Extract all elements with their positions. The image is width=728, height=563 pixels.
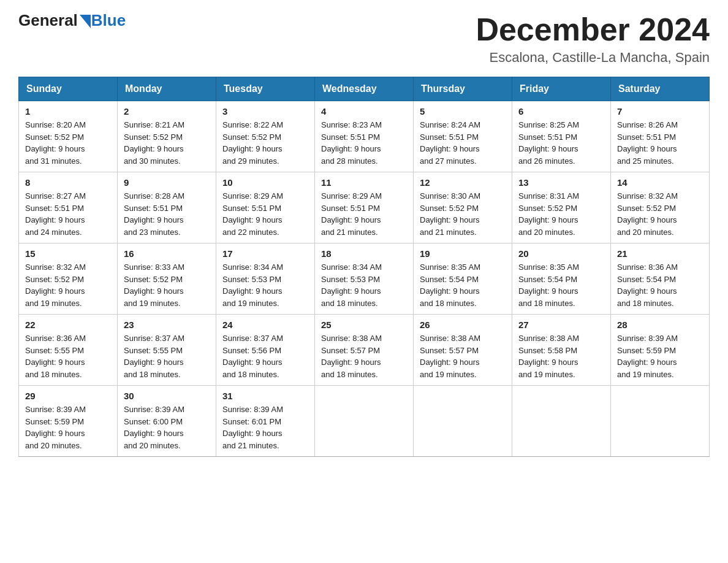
day-number: 12: [420, 177, 506, 188]
day-number: 16: [124, 248, 210, 259]
day-number: 29: [25, 391, 111, 401]
day-info: Sunrise: 8:20 AMSunset: 5:52 PMDaylight:…: [25, 119, 111, 167]
table-row: 20Sunrise: 8:35 AMSunset: 5:54 PMDayligh…: [512, 243, 611, 315]
table-row: 30Sunrise: 8:39 AMSunset: 6:00 PMDayligh…: [118, 386, 216, 457]
table-row: 10Sunrise: 8:29 AMSunset: 5:51 PMDayligh…: [216, 172, 315, 243]
col-sunday: Sunday: [19, 77, 118, 101]
col-tuesday: Tuesday: [216, 77, 315, 101]
day-number: 3: [222, 106, 308, 117]
day-number: 9: [124, 177, 210, 188]
day-number: 19: [420, 248, 506, 259]
day-info: Sunrise: 8:23 AMSunset: 5:51 PMDaylight:…: [321, 119, 407, 167]
table-row: 22Sunrise: 8:36 AMSunset: 5:55 PMDayligh…: [19, 315, 118, 386]
calendar-week-3: 15Sunrise: 8:32 AMSunset: 5:52 PMDayligh…: [19, 243, 710, 315]
day-info: Sunrise: 8:38 AMSunset: 5:57 PMDaylight:…: [420, 332, 506, 380]
day-info: Sunrise: 8:22 AMSunset: 5:52 PMDaylight:…: [222, 119, 308, 167]
table-row: 14Sunrise: 8:32 AMSunset: 5:52 PMDayligh…: [611, 172, 710, 243]
day-number: 1: [25, 106, 111, 117]
svg-marker-0: [80, 15, 91, 28]
day-info: Sunrise: 8:29 AMSunset: 5:51 PMDaylight:…: [321, 190, 407, 238]
table-row: [315, 386, 414, 457]
calendar-week-5: 29Sunrise: 8:39 AMSunset: 5:59 PMDayligh…: [19, 386, 710, 457]
day-info: Sunrise: 8:34 AMSunset: 5:53 PMDaylight:…: [222, 261, 308, 309]
table-row: 8Sunrise: 8:27 AMSunset: 5:51 PMDaylight…: [19, 172, 118, 243]
main-title: December 2024: [476, 12, 710, 47]
day-info: Sunrise: 8:32 AMSunset: 5:52 PMDaylight:…: [25, 261, 111, 309]
table-row: 27Sunrise: 8:38 AMSunset: 5:58 PMDayligh…: [512, 315, 611, 386]
col-saturday: Saturday: [611, 77, 710, 101]
table-row: 13Sunrise: 8:31 AMSunset: 5:52 PMDayligh…: [512, 172, 611, 243]
day-number: 25: [321, 320, 407, 330]
day-info: Sunrise: 8:33 AMSunset: 5:52 PMDaylight:…: [124, 261, 210, 309]
day-number: 30: [124, 391, 210, 401]
day-number: 26: [420, 320, 506, 330]
col-friday: Friday: [512, 77, 611, 101]
day-info: Sunrise: 8:24 AMSunset: 5:51 PMDaylight:…: [420, 119, 506, 167]
day-number: 5: [420, 106, 506, 117]
day-number: 20: [518, 248, 604, 259]
day-number: 2: [124, 106, 210, 117]
col-wednesday: Wednesday: [315, 77, 414, 101]
day-info: Sunrise: 8:29 AMSunset: 5:51 PMDaylight:…: [222, 190, 308, 238]
day-number: 11: [321, 177, 407, 188]
day-info: Sunrise: 8:30 AMSunset: 5:52 PMDaylight:…: [420, 190, 506, 238]
logo-blue-text: Blue: [91, 12, 126, 28]
day-number: 31: [222, 391, 308, 401]
day-info: Sunrise: 8:25 AMSunset: 5:51 PMDaylight:…: [518, 119, 604, 167]
day-info: Sunrise: 8:38 AMSunset: 5:57 PMDaylight:…: [321, 332, 407, 380]
day-number: 7: [617, 106, 703, 117]
table-row: 2Sunrise: 8:21 AMSunset: 5:52 PMDaylight…: [118, 101, 216, 172]
page-header: General Blue December 2024 Escalona, Cas…: [18, 12, 710, 66]
col-thursday: Thursday: [414, 77, 512, 101]
table-row: 4Sunrise: 8:23 AMSunset: 5:51 PMDaylight…: [315, 101, 414, 172]
day-info: Sunrise: 8:35 AMSunset: 5:54 PMDaylight:…: [518, 261, 604, 309]
day-number: 23: [124, 320, 210, 330]
table-row: 15Sunrise: 8:32 AMSunset: 5:52 PMDayligh…: [19, 243, 118, 315]
day-info: Sunrise: 8:39 AMSunset: 5:59 PMDaylight:…: [25, 404, 111, 451]
table-row: 29Sunrise: 8:39 AMSunset: 5:59 PMDayligh…: [19, 386, 118, 457]
title-area: December 2024 Escalona, Castille-La Manc…: [476, 12, 710, 66]
calendar-week-4: 22Sunrise: 8:36 AMSunset: 5:55 PMDayligh…: [19, 315, 710, 386]
day-info: Sunrise: 8:38 AMSunset: 5:58 PMDaylight:…: [518, 332, 604, 380]
day-info: Sunrise: 8:39 AMSunset: 5:59 PMDaylight:…: [617, 332, 703, 380]
day-info: Sunrise: 8:34 AMSunset: 5:53 PMDaylight:…: [321, 261, 407, 309]
table-row: [512, 386, 611, 457]
table-row: 25Sunrise: 8:38 AMSunset: 5:57 PMDayligh…: [315, 315, 414, 386]
table-row: 18Sunrise: 8:34 AMSunset: 5:53 PMDayligh…: [315, 243, 414, 315]
logo-icon: [80, 12, 91, 28]
day-number: 24: [222, 320, 308, 330]
day-number: 10: [222, 177, 308, 188]
day-number: 8: [25, 177, 111, 188]
subtitle: Escalona, Castille-La Mancha, Spain: [476, 50, 710, 66]
logo-general-text: General: [18, 12, 78, 28]
table-row: 21Sunrise: 8:36 AMSunset: 5:54 PMDayligh…: [611, 243, 710, 315]
day-number: 28: [617, 320, 703, 330]
logo: General Blue: [18, 12, 126, 28]
table-row: 12Sunrise: 8:30 AMSunset: 5:52 PMDayligh…: [414, 172, 512, 243]
day-number: 21: [617, 248, 703, 259]
table-row: 24Sunrise: 8:37 AMSunset: 5:56 PMDayligh…: [216, 315, 315, 386]
day-number: 6: [518, 106, 604, 117]
table-row: 31Sunrise: 8:39 AMSunset: 6:01 PMDayligh…: [216, 386, 315, 457]
day-number: 13: [518, 177, 604, 188]
day-number: 4: [321, 106, 407, 117]
day-number: 18: [321, 248, 407, 259]
day-info: Sunrise: 8:39 AMSunset: 6:00 PMDaylight:…: [124, 404, 210, 451]
table-row: 1Sunrise: 8:20 AMSunset: 5:52 PMDaylight…: [19, 101, 118, 172]
table-row: 16Sunrise: 8:33 AMSunset: 5:52 PMDayligh…: [118, 243, 216, 315]
table-row: [414, 386, 512, 457]
calendar-header-row: Sunday Monday Tuesday Wednesday Thursday…: [19, 77, 710, 101]
table-row: 9Sunrise: 8:28 AMSunset: 5:51 PMDaylight…: [118, 172, 216, 243]
day-info: Sunrise: 8:35 AMSunset: 5:54 PMDaylight:…: [420, 261, 506, 309]
day-number: 14: [617, 177, 703, 188]
table-row: 5Sunrise: 8:24 AMSunset: 5:51 PMDaylight…: [414, 101, 512, 172]
day-info: Sunrise: 8:37 AMSunset: 5:56 PMDaylight:…: [222, 332, 308, 380]
day-info: Sunrise: 8:32 AMSunset: 5:52 PMDaylight:…: [617, 190, 703, 238]
logo-area: General Blue: [18, 12, 126, 28]
calendar-table: Sunday Monday Tuesday Wednesday Thursday…: [18, 77, 710, 457]
table-row: [611, 386, 710, 457]
col-monday: Monday: [118, 77, 216, 101]
day-number: 17: [222, 248, 308, 259]
day-info: Sunrise: 8:26 AMSunset: 5:51 PMDaylight:…: [617, 119, 703, 167]
table-row: 11Sunrise: 8:29 AMSunset: 5:51 PMDayligh…: [315, 172, 414, 243]
